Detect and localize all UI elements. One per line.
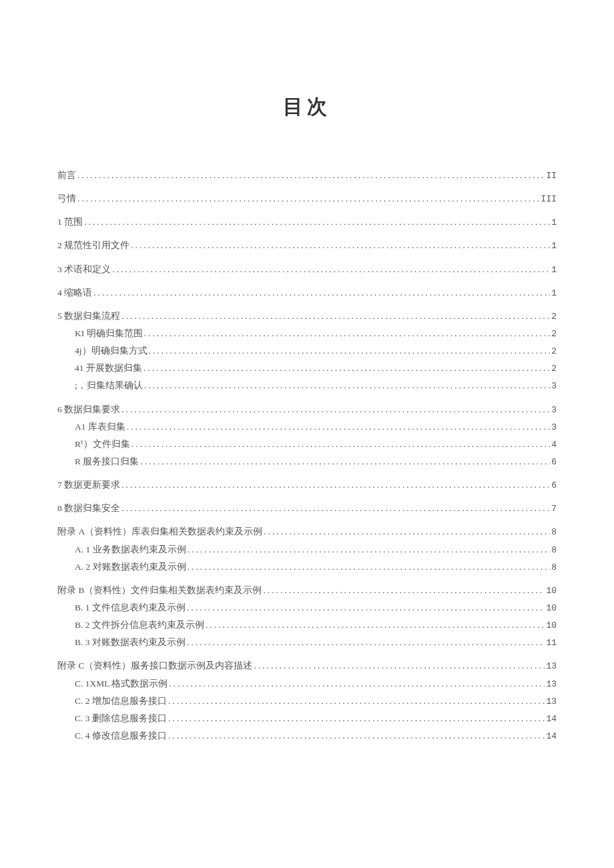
toc-entry-page: 2	[551, 345, 557, 358]
toc-entry-page: 1	[551, 240, 557, 253]
toc-entry-label: Rᵗ）文件归集	[75, 438, 130, 452]
toc-entry-label: 4 缩略语	[57, 286, 92, 300]
toc-entry-label: 5 数据归集流程	[57, 310, 120, 324]
toc-entry: B. 2 文件拆分信息表约束及示例10	[57, 618, 557, 632]
toc-entry: B. 1 文件信息表约束及示例10	[57, 601, 557, 615]
toc-entry: 7 数据更新要求6	[57, 478, 557, 492]
toc-entry-page: 3	[551, 404, 557, 417]
toc-entry: Rᵗ）文件归集4	[57, 438, 557, 452]
toc-leader-dots	[121, 403, 550, 417]
toc-entry-page: 3	[551, 421, 557, 434]
toc-leader-dots	[188, 543, 551, 557]
toc-entry: 附录 B（资料性）文件归集相关数据表约束及示例10	[57, 584, 557, 598]
toc-entry-label: 7 数据更新要求	[57, 478, 120, 492]
toc-leader-dots	[121, 478, 550, 492]
toc-leader-dots	[93, 286, 550, 300]
toc-entry: A. 2 对账数据表约束及示例8	[57, 560, 557, 574]
toc-entry-page: 8	[551, 544, 557, 557]
toc-leader-dots	[206, 618, 545, 632]
toc-entry-label: 41 开展数据归集	[75, 362, 142, 376]
toc-entry: A1 库表归集3	[57, 420, 557, 434]
toc-entry: C. 4 修改信息服务接口14	[57, 729, 557, 743]
toc-entry-label: R 服务接口归集	[75, 455, 139, 469]
toc-entry: 5 数据归集流程2	[57, 310, 557, 324]
toc-entry-page: 7	[551, 502, 557, 516]
toc-entry-label: A1 库表归集	[75, 420, 125, 434]
toc-entry-label: 弓情	[57, 192, 76, 206]
toc-leader-dots	[77, 169, 545, 183]
toc-entry-label: 8 数据归集安全	[57, 502, 120, 516]
document-page: 目次 前言II弓情III1 范围12 规范性引用文件13 术语和定义14 缩略语…	[0, 0, 614, 787]
toc-leader-dots	[77, 192, 540, 206]
toc-entry-label: B. 2 文件拆分信息表约束及示例	[75, 618, 204, 632]
toc-entry: 弓情III	[57, 192, 557, 206]
toc-leader-dots	[144, 327, 551, 341]
toc-entry-page: II	[546, 169, 557, 183]
toc-entry-page: 6	[551, 456, 557, 469]
toc-entry-page: 10	[546, 602, 557, 615]
toc-entry: 4j）明确归集方式2	[57, 344, 557, 358]
toc-leader-dots	[188, 560, 551, 574]
toc-entry-label: KI 明确归集范围	[75, 327, 143, 341]
toc-entry-page: 13	[546, 660, 557, 673]
toc-entry-label: C. 4 修改信息服务接口	[75, 729, 167, 743]
toc-entry: 4 缩略语1	[57, 286, 557, 300]
toc-entry: 6 数据归集要求3	[57, 403, 557, 417]
toc-entry: 2 规范性引用文件1	[57, 239, 557, 253]
toc-entry-label: A. 2 对账数据表约束及示例	[75, 560, 186, 574]
toc-entry-label: C. 2 增加信息服务接口	[75, 695, 167, 709]
toc-entry: ;，归集结果确认3	[57, 379, 557, 393]
toc-entry-label: A. 1 业务数据表约束及示例	[75, 543, 186, 557]
toc-entry-label: 附录 C（资料性）服务接口数据示例及内容描述	[57, 659, 252, 673]
toc-leader-dots	[84, 215, 550, 230]
toc-entry: 附录 C（资料性）服务接口数据示例及内容描述13	[57, 659, 557, 673]
page-title: 目次	[57, 93, 557, 121]
toc-entry: 3 术语和定义1	[57, 263, 557, 277]
toc-entry: 前言II	[57, 169, 557, 183]
toc-entry-label: B. 1 文件信息表约束及示例	[75, 601, 186, 615]
toc-leader-dots	[168, 695, 545, 709]
toc-entry-page: 10	[546, 584, 557, 598]
toc-leader-dots	[149, 344, 551, 358]
toc-entry-page: 6	[551, 479, 557, 492]
toc-leader-dots	[127, 420, 550, 434]
toc-entry: KI 明确归集范围2	[57, 327, 557, 341]
toc-entry-page: 10	[546, 619, 557, 632]
toc-leader-dots	[144, 379, 550, 393]
toc-entry-label: 3 术语和定义	[57, 263, 111, 277]
toc-leader-dots	[121, 502, 550, 516]
toc-leader-dots	[263, 584, 545, 598]
toc-entry-page: 1	[551, 216, 557, 230]
toc-entry-page: 8	[551, 526, 557, 539]
toc-entry-page: 2	[551, 310, 557, 324]
toc-entry-page: 13	[546, 678, 557, 691]
toc-entry-page: III	[541, 193, 557, 206]
toc-entry-label: B. 3 对账数据表约束及示例	[75, 636, 186, 650]
toc-entry-page: 14	[546, 730, 557, 743]
toc-entry: 8 数据归集安全7	[57, 502, 557, 516]
toc-entry: 附录 A（资料性）库表归集相关数据表约束及示例8	[57, 525, 557, 539]
toc-entry-label: 1 范围	[57, 215, 83, 230]
toc-entry-label: ;，归集结果确认	[75, 379, 143, 393]
toc-leader-dots	[187, 601, 545, 615]
toc-leader-dots	[169, 677, 545, 691]
toc-entry: C. 1XML 格式数据示例13	[57, 677, 557, 691]
toc-entry: R 服务接口归集6	[57, 455, 557, 469]
toc-entry-label: 前言	[57, 169, 76, 183]
toc-leader-dots	[112, 263, 550, 277]
toc-leader-dots	[187, 636, 545, 650]
toc-entry-page: 14	[546, 713, 557, 726]
toc-leader-dots	[121, 310, 550, 324]
toc-entry-page: 8	[551, 561, 557, 574]
toc-entry: A. 1 业务数据表约束及示例8	[57, 543, 557, 557]
toc-entry-page: 2	[551, 362, 557, 376]
toc-entry-page: 3	[551, 380, 557, 393]
toc-leader-dots	[168, 729, 545, 743]
toc-entry-label: 附录 B（资料性）文件归集相关数据表约束及示例	[57, 584, 262, 598]
toc-entry-label: C. 1XML 格式数据示例	[75, 677, 168, 691]
toc-leader-dots	[140, 455, 550, 469]
toc-entry-page: 4	[551, 438, 557, 452]
toc-entry-page: 2	[551, 328, 557, 341]
toc-entry-page: 13	[546, 695, 557, 709]
toc-entry: 1 范围1	[57, 215, 557, 230]
